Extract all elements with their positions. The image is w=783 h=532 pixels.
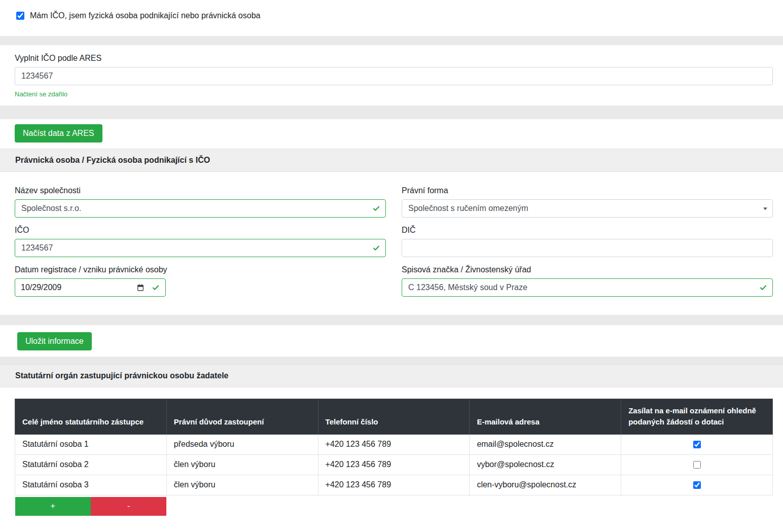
statutory-section-title: Statutární orgán zastupující právnickou … [15, 371, 229, 380]
table-row: Statutární osoba 1 předseda výboru +420 … [15, 434, 773, 454]
statutory-email-cell: vybor@spolecnost.cz [470, 454, 621, 475]
dic-label: DIČ [402, 226, 773, 235]
file-number-label: Spisová značka / Živnostenský úřad [402, 265, 773, 274]
has-ico-label: Mám IČO, jsem fyzická osoba podnikající … [30, 11, 260, 20]
ares-action-section: Načíst data z ARES [0, 119, 783, 149]
legal-form-select[interactable]: Společnost s ručením omezeným [402, 199, 773, 218]
ares-ico-label: Vyplnit IČO podle ARES [15, 54, 773, 63]
statutory-reason-cell: předseda výboru [166, 434, 318, 454]
has-ico-option[interactable]: Mám IČO, jsem fyzická osoba podnikající … [16, 11, 260, 20]
company-name-input[interactable] [15, 199, 386, 218]
company-form-grid: Název společnosti Právní forma Společnos… [15, 178, 773, 297]
registration-date-value: 10/29/2009 [21, 283, 136, 292]
remove-row-button[interactable]: - [91, 497, 166, 516]
section-divider [0, 36, 783, 45]
calendar-icon[interactable] [136, 283, 145, 292]
valid-check-icon [152, 283, 160, 292]
company-name-label: Název společnosti [15, 186, 386, 195]
dic-field: DIČ [402, 218, 773, 257]
statutory-table-section: Celé jméno statutárního zástupce Právní … [0, 387, 783, 516]
header-notify: Zasílat na e-mail oznámení ohledně podan… [621, 399, 773, 435]
chevron-down-icon [763, 207, 767, 210]
header-legal-reason: Právní důvod zastoupení [166, 399, 318, 435]
company-section-header: Právnická osoba / Fyzická osoba podnikaj… [0, 149, 783, 172]
has-ico-checkbox[interactable] [16, 12, 24, 20]
statutory-phone-cell: +420 123 456 789 [318, 475, 470, 495]
statutory-name-cell: Statutární osoba 3 [15, 475, 167, 495]
legal-form-label: Právní forma [402, 186, 773, 195]
ares-lookup-section: Vyplnit IČO podle ARES Načtení se zdařil… [0, 45, 783, 105]
header-email: E-mailová adresa [470, 399, 621, 435]
notify-checkbox[interactable] [693, 461, 701, 469]
company-name-field: Název společnosti [15, 178, 386, 218]
registration-date-input[interactable]: 10/29/2009 [15, 278, 166, 297]
statutory-notify-cell [621, 454, 773, 475]
header-full-name: Celé jméno statutárního zástupce [15, 399, 167, 435]
load-ares-button[interactable]: Načíst data z ARES [15, 124, 102, 143]
statutory-table: Celé jméno statutárního zástupce Právní … [15, 399, 773, 516]
registration-date-label: Datum registrace / vzniku právnické osob… [15, 265, 386, 274]
statutory-name-cell: Statutární osoba 2 [15, 454, 167, 475]
statutory-email-cell: email@spolecnost.cz [470, 434, 621, 454]
statutory-reason-cell: člen výboru [166, 475, 318, 495]
statutory-name-cell: Statutární osoba 1 [15, 434, 167, 454]
section-divider [0, 357, 783, 364]
ares-status-text: Načtení se zdařilo [15, 90, 773, 98]
header-phone: Telefonní číslo [318, 399, 470, 435]
statutory-notify-cell [621, 475, 773, 495]
section-divider [0, 105, 783, 119]
save-section: Uložit informace [0, 325, 783, 357]
company-section-title: Právnická osoba / Fyzická osoba podnikaj… [15, 156, 210, 165]
notify-checkbox[interactable] [693, 441, 701, 448]
statutory-notify-cell [621, 434, 773, 454]
table-row: Statutární osoba 2 člen výboru +420 123 … [15, 454, 773, 475]
statutory-reason-cell: člen výboru [166, 454, 318, 475]
table-actions-row: + - [15, 495, 773, 516]
table-row: Statutární osoba 3 člen výboru +420 123 … [15, 475, 773, 495]
grant-application-form: Mám IČO, jsem fyzická osoba podnikající … [0, 0, 783, 532]
legal-form-selected-value: Společnost s ručením omezeným [408, 204, 528, 213]
file-number-input[interactable] [402, 278, 773, 297]
table-actions-cell: + - [15, 495, 167, 516]
file-number-field: Spisová značka / Živnostenský úřad [402, 257, 773, 297]
statutory-section-header: Statutární orgán zastupující právnickou … [0, 364, 783, 387]
legal-form-field: Právní forma Společnost s ručením omezen… [402, 178, 773, 218]
company-form-section: Název společnosti Právní forma Společnos… [0, 172, 783, 315]
ico-label: IČO [15, 226, 386, 235]
dic-input[interactable] [402, 239, 773, 257]
table-header-row: Celé jméno statutárního zástupce Právní … [15, 399, 773, 435]
section-divider [0, 315, 783, 325]
statutory-phone-cell: +420 123 456 789 [318, 434, 470, 454]
ico-toggle-section: Mám IČO, jsem fyzická osoba podnikající … [0, 0, 783, 36]
registration-date-field: Datum registrace / vzniku právnické osob… [15, 257, 386, 297]
statutory-phone-cell: +420 123 456 789 [318, 454, 470, 475]
add-row-button[interactable]: + [15, 497, 91, 516]
ico-input[interactable] [15, 239, 386, 257]
ares-ico-input[interactable] [15, 67, 773, 85]
ico-field: IČO [15, 218, 386, 257]
table-actions-empty-cell [166, 495, 772, 516]
save-info-button[interactable]: Uložit informace [17, 332, 92, 350]
notify-checkbox[interactable] [693, 481, 701, 489]
statutory-email-cell: clen-vyboru@spolecnost.cz [470, 475, 621, 495]
